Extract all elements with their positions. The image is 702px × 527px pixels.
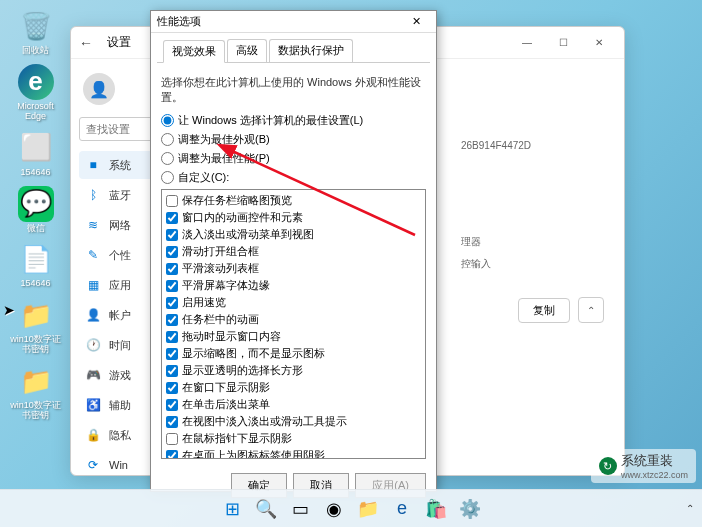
system-tray[interactable]: ⌃ [686, 503, 694, 514]
checkbox-input[interactable] [166, 246, 178, 258]
nav-icon: ⟳ [85, 457, 101, 473]
checkbox-input[interactable] [166, 280, 178, 292]
checkbox-input[interactable] [166, 212, 178, 224]
checkbox-input[interactable] [166, 263, 178, 275]
radio-input[interactable] [161, 152, 174, 165]
watermark: ↻ 系统重装 www.xtzc22.com [591, 449, 696, 483]
check-option-15[interactable]: 在桌面上为图标标签使用阴影 [166, 447, 421, 459]
checkbox-label: 在单击后淡出菜单 [182, 397, 270, 412]
effects-list[interactable]: 保存任务栏缩略图预览窗口内的动画控件和元素淡入淡出或滑动菜单到视图滑动打开组合框… [161, 189, 426, 459]
file-explorer-button[interactable]: 📁 [354, 495, 382, 523]
desktop-icons: 🗑️ 回收站 e Microsoft Edge ⬜ 154646 💬 微信 📄 … [8, 8, 63, 429]
desktop-icon-wechat[interactable]: 💬 微信 [8, 186, 63, 234]
check-option-11[interactable]: 在窗口下显示阴影 [166, 379, 421, 396]
settings-taskbar-button[interactable]: ⚙️ [456, 495, 484, 523]
nav-icon: 🔒 [85, 427, 101, 443]
radio-input[interactable] [161, 171, 174, 184]
checkbox-input[interactable] [166, 450, 178, 460]
nav-label: Win [109, 459, 128, 471]
recycle-bin-icon: 🗑️ [18, 8, 54, 44]
check-option-9[interactable]: 显示缩略图，而不是显示图标 [166, 345, 421, 362]
edge-button[interactable]: e [388, 495, 416, 523]
nav-label: 系统 [109, 158, 131, 173]
check-option-7[interactable]: 任务栏中的动画 [166, 311, 421, 328]
checkbox-input[interactable] [166, 348, 178, 360]
tray-chevron-icon[interactable]: ⌃ [686, 503, 694, 514]
check-option-6[interactable]: 启用速览 [166, 294, 421, 311]
nav-label: 个性 [109, 248, 131, 263]
tab-dep[interactable]: 数据执行保护 [269, 39, 353, 62]
search-button[interactable]: 🔍 [252, 495, 280, 523]
radio-input[interactable] [161, 114, 174, 127]
minimize-button[interactable]: — [510, 31, 544, 55]
dialog-tabs: 视觉效果 高级 数据执行保护 [157, 35, 430, 63]
checkbox-input[interactable] [166, 331, 178, 343]
task-view-button[interactable]: ▭ [286, 495, 314, 523]
close-button[interactable]: ✕ [582, 31, 616, 55]
radio-input[interactable] [161, 133, 174, 146]
desktop-icon-edge[interactable]: e Microsoft Edge [8, 64, 63, 122]
desktop-label: win10数字证书密钥 [8, 335, 63, 355]
nav-label: 网络 [109, 218, 131, 233]
desktop-icon-file-1[interactable]: ⬜ 154646 [8, 130, 63, 178]
file-icon: ⬜ [18, 130, 54, 166]
store-button[interactable]: 🛍️ [422, 495, 450, 523]
dialog-title: 性能选项 [157, 14, 402, 29]
check-option-10[interactable]: 显示亚透明的选择长方形 [166, 362, 421, 379]
maximize-button[interactable]: ☐ [546, 31, 580, 55]
check-option-14[interactable]: 在鼠标指针下显示阴影 [166, 430, 421, 447]
checkbox-label: 平滑屏幕字体边缘 [182, 278, 270, 293]
desktop-icon-file-2[interactable]: 📄 154646 [8, 241, 63, 289]
check-option-2[interactable]: 淡入淡出或滑动菜单到视图 [166, 226, 421, 243]
close-button[interactable]: ✕ [402, 13, 430, 31]
radio-option-3[interactable]: 自定义(C): [161, 170, 426, 185]
nav-label: 隐私 [109, 428, 131, 443]
checkbox-input[interactable] [166, 399, 178, 411]
folder-icon: 📁 [18, 297, 54, 333]
tab-advanced[interactable]: 高级 [227, 39, 267, 62]
radio-label: 自定义(C): [178, 170, 229, 185]
nav-icon: ✎ [85, 247, 101, 263]
back-button[interactable]: ← [79, 35, 99, 51]
start-button[interactable]: ⊞ [218, 495, 246, 523]
check-option-12[interactable]: 在单击后淡出菜单 [166, 396, 421, 413]
checkbox-input[interactable] [166, 229, 178, 241]
expand-button[interactable]: ⌃ [578, 297, 604, 323]
check-option-0[interactable]: 保存任务栏缩略图预览 [166, 192, 421, 209]
radio-option-2[interactable]: 调整为最佳性能(P) [161, 151, 426, 166]
radio-label: 调整为最佳性能(P) [178, 151, 270, 166]
checkbox-label: 窗口内的动画控件和元素 [182, 210, 303, 225]
dialog-description: 选择你想在此计算机上使用的 Windows 外观和性能设置。 [161, 75, 426, 105]
desktop-icon-folder-1[interactable]: 📁 win10数字证书密钥 [8, 297, 63, 355]
folder-icon: 📁 [18, 363, 54, 399]
checkbox-label: 平滑滚动列表框 [182, 261, 259, 276]
checkbox-input[interactable] [166, 382, 178, 394]
checkbox-input[interactable] [166, 195, 178, 207]
check-option-13[interactable]: 在视图中淡入淡出或滑动工具提示 [166, 413, 421, 430]
check-option-8[interactable]: 拖动时显示窗口内容 [166, 328, 421, 345]
widgets-button[interactable]: ◉ [320, 495, 348, 523]
desktop-icon-recycle-bin[interactable]: 🗑️ 回收站 [8, 8, 63, 56]
checkbox-input[interactable] [166, 297, 178, 309]
checkbox-input[interactable] [166, 433, 178, 445]
tab-visual-effects[interactable]: 视觉效果 [163, 40, 225, 63]
pen-label: 控输入 [461, 257, 491, 271]
checkbox-label: 显示缩略图，而不是显示图标 [182, 346, 325, 361]
checkbox-input[interactable] [166, 314, 178, 326]
check-option-5[interactable]: 平滑屏幕字体边缘 [166, 277, 421, 294]
nav-icon: 🎮 [85, 367, 101, 383]
nav-icon: ♿ [85, 397, 101, 413]
checkbox-label: 滑动打开组合框 [182, 244, 259, 259]
nav-label: 应用 [109, 278, 131, 293]
watermark-logo-icon: ↻ [599, 457, 617, 475]
checkbox-input[interactable] [166, 416, 178, 428]
check-option-4[interactable]: 平滑滚动列表框 [166, 260, 421, 277]
checkbox-input[interactable] [166, 365, 178, 377]
radio-option-1[interactable]: 调整为最佳外观(B) [161, 132, 426, 147]
check-option-1[interactable]: 窗口内的动画控件和元素 [166, 209, 421, 226]
checkbox-label: 在视图中淡入淡出或滑动工具提示 [182, 414, 347, 429]
copy-button[interactable]: 复制 [518, 298, 570, 323]
radio-option-0[interactable]: 让 Windows 选择计算机的最佳设置(L) [161, 113, 426, 128]
desktop-icon-folder-2[interactable]: 📁 win10数字证书密钥 [8, 363, 63, 421]
check-option-3[interactable]: 滑动打开组合框 [166, 243, 421, 260]
